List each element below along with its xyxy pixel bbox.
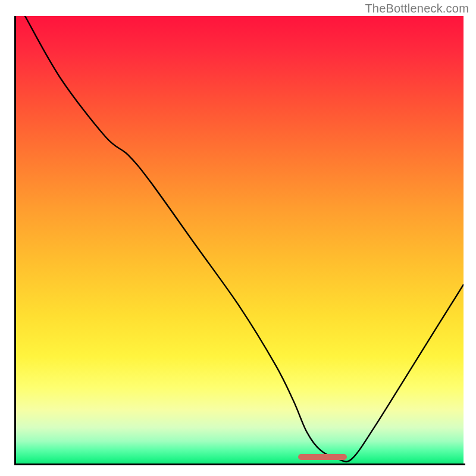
watermark-text: TheBottleneck.com bbox=[365, 2, 469, 15]
x-axis-line bbox=[14, 464, 465, 465]
chart-plot-area bbox=[16, 16, 464, 464]
optimal-range-marker bbox=[298, 454, 347, 460]
y-axis-line bbox=[14, 16, 16, 465]
